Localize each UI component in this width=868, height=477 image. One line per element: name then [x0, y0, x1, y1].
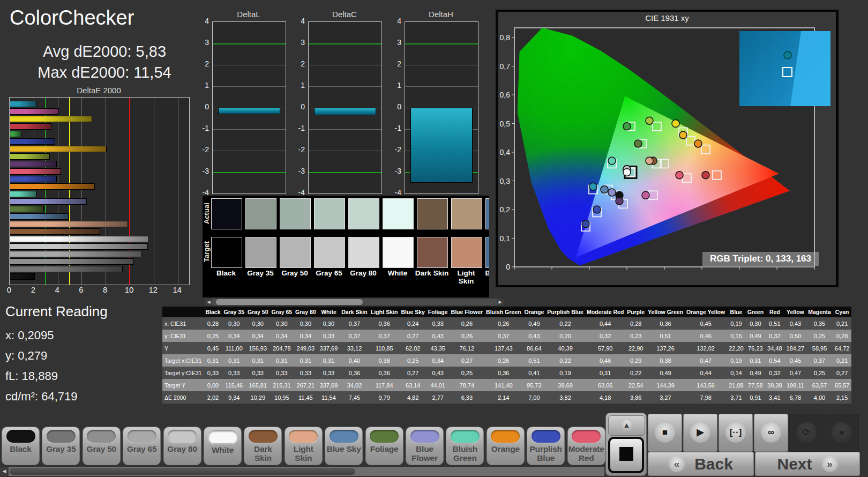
patch-color-pill: [289, 430, 318, 443]
max-de2000: Max dE2000: 11,54: [16, 64, 193, 81]
y-tick-label: 0,1: [500, 234, 511, 243]
delta-bar: [314, 108, 376, 115]
table-cell: 11,45: [294, 391, 318, 404]
patch-button-gray-50[interactable]: Gray 50: [83, 427, 121, 465]
deltae-bar-purplish-blue: [10, 176, 57, 182]
patch-button-blue-sky[interactable]: Blue Sky: [325, 427, 363, 465]
stop-button[interactable]: ■: [648, 414, 682, 452]
patch-button-gray-80[interactable]: Gray 80: [163, 427, 201, 465]
column-header: Purple: [625, 307, 646, 317]
infinite-loop-button[interactable]: ∞: [754, 414, 788, 452]
swatch-scrollbar[interactable]: ◀ ▶: [205, 299, 504, 305]
y-tick-label: 0,4: [500, 148, 511, 156]
measured-point-red: [702, 172, 709, 179]
patch-window-button[interactable]: [608, 437, 644, 473]
delta-chart-deltal: [212, 21, 286, 194]
deltae-x-tick: 6: [72, 285, 89, 294]
patch-button-dark-skin[interactable]: Dark Skin: [244, 427, 282, 465]
table-cell: 0,27: [399, 367, 426, 379]
patch-button-white[interactable]: White: [204, 427, 242, 465]
deltae-bar-orange: [10, 183, 95, 190]
table-cell: 0,27: [833, 367, 852, 379]
row-label: Y: [162, 342, 204, 354]
patch-button-gray-35[interactable]: Gray 35: [42, 427, 80, 465]
column-header: Red: [765, 307, 784, 317]
row-label: ΔE 2000: [162, 391, 204, 404]
table-cell: 0,49: [746, 330, 765, 342]
table-cell: 0,30: [318, 317, 340, 330]
table-cell: 0,37: [369, 330, 400, 342]
column-header: Gray 65: [270, 307, 294, 317]
toolbar-scroll-thumb[interactable]: [10, 468, 355, 475]
table-cell: 40,39: [545, 342, 585, 354]
patch-button-black[interactable]: Black: [2, 427, 40, 465]
patch-color-pill: [168, 430, 197, 443]
table-cell: 0,33: [294, 367, 318, 379]
delta-gridline: [309, 129, 381, 130]
table-cell: 0,41: [522, 367, 545, 379]
delta-gridline: [213, 129, 286, 130]
deltae-bar-red: [10, 123, 51, 130]
table-cell: 0,22: [625, 367, 646, 379]
loop-range-icon: [··]: [725, 422, 746, 443]
table-cell: 132,02: [685, 342, 727, 354]
back-button[interactable]: « Back: [648, 452, 754, 476]
cie-title: CIE 1931 xy: [498, 13, 836, 23]
patch-button-bluish-green[interactable]: Bluish Green: [446, 427, 484, 465]
column-header: Black: [204, 307, 222, 317]
scroll-up-button[interactable]: ▲: [608, 415, 645, 436]
table-cell: 0,51: [765, 317, 784, 330]
measured-point-yellow-green: [646, 117, 653, 124]
table-cell: 0,47: [685, 354, 727, 367]
table-cell: 0,33: [246, 367, 270, 379]
loop-range-button[interactable]: [··]: [719, 414, 753, 452]
table-cell: 0,37: [806, 354, 833, 367]
delta-gridline: [405, 43, 478, 44]
delta-chart-title: DeltaH: [405, 10, 477, 19]
patch-button-label: Moderate Red: [568, 444, 605, 463]
table-cell: 0,25: [806, 367, 833, 379]
play-button[interactable]: ▶: [683, 414, 717, 452]
patch-button-blue-flower[interactable]: Blue Flower: [406, 427, 444, 465]
current-reading-title: Current Reading: [5, 303, 166, 320]
measured-point-blue-flower: [608, 189, 616, 196]
swatch-scroll-right-icon[interactable]: ▶: [497, 299, 504, 305]
table-cell: 0,26: [484, 354, 522, 367]
toolbar-scroll-left-icon[interactable]: ◀: [0, 467, 9, 476]
next-button[interactable]: Next »: [755, 452, 860, 476]
swatch-scroll-thumb[interactable]: [216, 299, 363, 305]
target-swatch-gray-35: [245, 237, 276, 268]
measured-point-bluish-green: [608, 157, 616, 165]
deltae-x-tick: 4: [49, 285, 66, 294]
deltae-bar-black: [10, 273, 35, 280]
delta-y-tick: 3: [288, 38, 305, 47]
actual-swatch-light-skin: [451, 198, 482, 229]
table-cell: 0,49: [522, 317, 545, 330]
patch-button-gray-65[interactable]: Gray 65: [123, 427, 161, 465]
delta-y-tick: -2: [192, 145, 209, 154]
deltae-chart-title: DeltaE 2000: [9, 86, 189, 95]
patch-button-purplish-blue[interactable]: Purplish Blue: [527, 427, 565, 465]
table-cell: 141,40: [484, 379, 522, 391]
delta-y-tick: 0: [192, 102, 209, 111]
patch-button-light-skin[interactable]: Light Skin: [285, 427, 323, 465]
deltae-bar-bluish-green: [10, 191, 36, 197]
toolbar-scrollbar[interactable]: ◀: [0, 467, 604, 476]
table-cell: 0,40: [340, 354, 369, 367]
table-cell: 0,25: [399, 354, 426, 367]
patch-button-orange[interactable]: Orange: [487, 427, 525, 465]
patch-button-label: Gray 50: [83, 444, 120, 453]
deltae-bar-cyan: [10, 101, 36, 107]
table-cell: 215,31: [270, 379, 294, 391]
table-cell: 0,19: [727, 354, 746, 367]
swatch-scroll-left-icon[interactable]: ◀: [205, 299, 212, 305]
patch-button-foliage[interactable]: Foliage: [365, 427, 403, 465]
table-cell: 0,30: [746, 317, 765, 330]
table-cell: 0,91: [746, 391, 765, 404]
refresh-button[interactable]: ⟳: [789, 414, 824, 452]
patch-button-moderate-red[interactable]: Moderate Red: [567, 427, 605, 465]
deltae-bar-yellow: [10, 116, 92, 122]
patch-color-pill: [128, 430, 156, 443]
actual-row-label: Actual: [203, 198, 211, 228]
record-button[interactable]: ●: [825, 414, 859, 452]
